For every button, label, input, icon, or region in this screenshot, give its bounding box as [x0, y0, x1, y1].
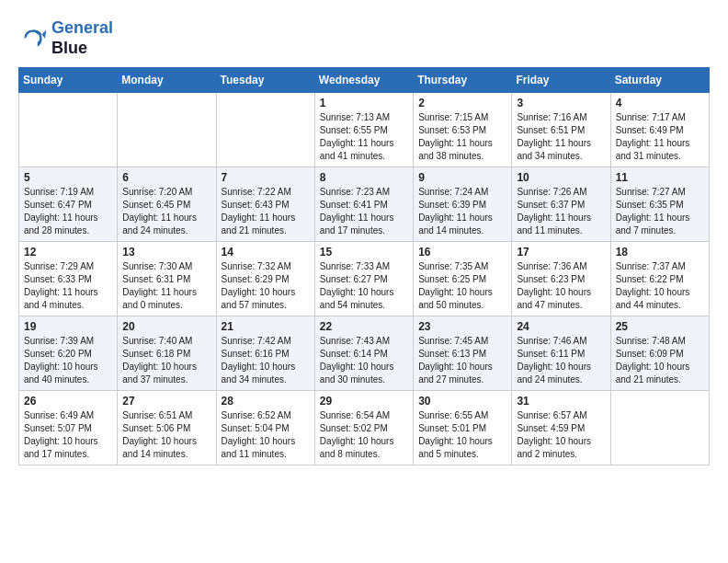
day-cell: 10Sunrise: 7:26 AM Sunset: 6:37 PM Dayli… [512, 167, 610, 242]
day-number: 29 [320, 395, 408, 408]
day-info: Sunrise: 6:51 AM Sunset: 5:06 PM Dayligh… [122, 409, 210, 461]
day-cell: 13Sunrise: 7:30 AM Sunset: 6:31 PM Dayli… [118, 242, 216, 316]
day-info: Sunrise: 7:39 AM Sunset: 6:20 PM Dayligh… [24, 335, 112, 386]
day-cell [216, 93, 314, 167]
day-number: 1 [320, 97, 408, 109]
day-info: Sunrise: 7:35 AM Sunset: 6:25 PM Dayligh… [418, 260, 506, 312]
logo: General Blue [18, 18, 113, 58]
day-cell: 18Sunrise: 7:37 AM Sunset: 6:22 PM Dayli… [610, 242, 709, 316]
day-number: 2 [418, 97, 506, 109]
day-number: 5 [24, 171, 112, 184]
day-info: Sunrise: 7:36 AM Sunset: 6:23 PM Dayligh… [517, 260, 605, 312]
day-cell: 6Sunrise: 7:20 AM Sunset: 6:45 PM Daylig… [118, 167, 216, 242]
day-info: Sunrise: 7:46 AM Sunset: 6:11 PM Dayligh… [517, 335, 605, 386]
day-number: 16 [418, 246, 506, 259]
day-cell: 7Sunrise: 7:22 AM Sunset: 6:43 PM Daylig… [216, 167, 314, 242]
day-number: 31 [517, 395, 605, 408]
day-number: 14 [222, 246, 310, 259]
day-info: Sunrise: 6:49 AM Sunset: 5:07 PM Dayligh… [24, 409, 112, 461]
day-header-sunday: Sunday [19, 68, 118, 93]
day-cell: 17Sunrise: 7:36 AM Sunset: 6:23 PM Dayli… [512, 242, 610, 316]
day-number: 9 [418, 171, 506, 184]
day-info: Sunrise: 7:19 AM Sunset: 6:47 PM Dayligh… [24, 186, 112, 237]
day-info: Sunrise: 7:23 AM Sunset: 6:41 PM Dayligh… [320, 186, 408, 237]
day-number: 11 [616, 171, 704, 184]
day-number: 10 [517, 171, 605, 184]
day-cell: 3Sunrise: 7:16 AM Sunset: 6:51 PM Daylig… [512, 93, 610, 167]
day-cell: 16Sunrise: 7:35 AM Sunset: 6:25 PM Dayli… [414, 242, 512, 316]
day-number: 22 [320, 320, 408, 333]
day-info: Sunrise: 7:33 AM Sunset: 6:27 PM Dayligh… [320, 260, 408, 312]
day-number: 20 [122, 320, 210, 333]
day-info: Sunrise: 7:29 AM Sunset: 6:33 PM Dayligh… [24, 260, 112, 312]
day-cell: 31Sunrise: 6:57 AM Sunset: 4:59 PM Dayli… [512, 391, 610, 465]
day-info: Sunrise: 7:26 AM Sunset: 6:37 PM Dayligh… [517, 186, 605, 237]
day-info: Sunrise: 6:57 AM Sunset: 4:59 PM Dayligh… [517, 409, 605, 461]
day-cell: 25Sunrise: 7:48 AM Sunset: 6:09 PM Dayli… [610, 316, 709, 391]
week-row-3: 12Sunrise: 7:29 AM Sunset: 6:33 PM Dayli… [19, 242, 710, 316]
day-info: Sunrise: 7:15 AM Sunset: 6:53 PM Dayligh… [418, 111, 506, 163]
day-number: 4 [616, 97, 704, 109]
day-cell [610, 391, 709, 465]
day-number: 3 [517, 97, 605, 109]
day-cell: 11Sunrise: 7:27 AM Sunset: 6:35 PM Dayli… [610, 167, 709, 242]
day-header-friday: Friday [512, 68, 610, 93]
day-cell: 22Sunrise: 7:43 AM Sunset: 6:14 PM Dayli… [314, 316, 413, 391]
week-row-4: 19Sunrise: 7:39 AM Sunset: 6:20 PM Dayli… [19, 316, 710, 391]
logo-icon [18, 24, 48, 53]
day-cell: 8Sunrise: 7:23 AM Sunset: 6:41 PM Daylig… [314, 167, 413, 242]
day-info: Sunrise: 7:17 AM Sunset: 6:49 PM Dayligh… [616, 111, 704, 163]
day-info: Sunrise: 7:30 AM Sunset: 6:31 PM Dayligh… [122, 260, 210, 312]
day-cell [118, 93, 216, 167]
day-number: 30 [418, 395, 506, 408]
day-cell: 24Sunrise: 7:46 AM Sunset: 6:11 PM Dayli… [512, 316, 610, 391]
svg-marker-0 [42, 29, 47, 39]
day-header-wednesday: Wednesday [314, 68, 413, 93]
day-info: Sunrise: 7:24 AM Sunset: 6:39 PM Dayligh… [418, 186, 506, 237]
day-header-saturday: Saturday [610, 68, 709, 93]
day-number: 21 [222, 320, 310, 333]
day-cell: 26Sunrise: 6:49 AM Sunset: 5:07 PM Dayli… [19, 391, 118, 465]
day-header-monday: Monday [118, 68, 216, 93]
day-number: 26 [24, 395, 112, 408]
day-header-thursday: Thursday [414, 68, 512, 93]
day-number: 27 [122, 395, 210, 408]
day-number: 15 [320, 246, 408, 259]
day-info: Sunrise: 7:48 AM Sunset: 6:09 PM Dayligh… [616, 335, 704, 386]
day-number: 19 [24, 320, 112, 333]
day-cell: 5Sunrise: 7:19 AM Sunset: 6:47 PM Daylig… [19, 167, 118, 242]
day-info: Sunrise: 7:32 AM Sunset: 6:29 PM Dayligh… [222, 260, 310, 312]
calendar-table: SundayMondayTuesdayWednesdayThursdayFrid… [18, 67, 710, 465]
day-cell: 28Sunrise: 6:52 AM Sunset: 5:04 PM Dayli… [216, 391, 314, 465]
day-number: 6 [122, 171, 210, 184]
week-row-1: 1Sunrise: 7:13 AM Sunset: 6:55 PM Daylig… [19, 93, 710, 167]
day-number: 17 [517, 246, 605, 259]
day-info: Sunrise: 7:22 AM Sunset: 6:43 PM Dayligh… [222, 186, 310, 237]
day-cell [19, 93, 118, 167]
day-cell: 2Sunrise: 7:15 AM Sunset: 6:53 PM Daylig… [414, 93, 512, 167]
day-number: 7 [222, 171, 310, 184]
day-cell: 19Sunrise: 7:39 AM Sunset: 6:20 PM Dayli… [19, 316, 118, 391]
day-cell: 12Sunrise: 7:29 AM Sunset: 6:33 PM Dayli… [19, 242, 118, 316]
day-info: Sunrise: 7:20 AM Sunset: 6:45 PM Dayligh… [122, 186, 210, 237]
day-info: Sunrise: 6:55 AM Sunset: 5:01 PM Dayligh… [418, 409, 506, 461]
day-cell: 21Sunrise: 7:42 AM Sunset: 6:16 PM Dayli… [216, 316, 314, 391]
day-number: 18 [616, 246, 704, 259]
day-info: Sunrise: 7:45 AM Sunset: 6:13 PM Dayligh… [418, 335, 506, 386]
day-number: 24 [517, 320, 605, 333]
day-info: Sunrise: 7:42 AM Sunset: 6:16 PM Dayligh… [222, 335, 310, 386]
day-cell: 14Sunrise: 7:32 AM Sunset: 6:29 PM Dayli… [216, 242, 314, 316]
day-number: 12 [24, 246, 112, 259]
day-cell: 27Sunrise: 6:51 AM Sunset: 5:06 PM Dayli… [118, 391, 216, 465]
day-info: Sunrise: 7:13 AM Sunset: 6:55 PM Dayligh… [320, 111, 408, 163]
week-row-5: 26Sunrise: 6:49 AM Sunset: 5:07 PM Dayli… [19, 391, 710, 465]
day-info: Sunrise: 7:43 AM Sunset: 6:14 PM Dayligh… [320, 335, 408, 386]
day-info: Sunrise: 7:16 AM Sunset: 6:51 PM Dayligh… [517, 111, 605, 163]
day-number: 13 [122, 246, 210, 259]
day-info: Sunrise: 7:37 AM Sunset: 6:22 PM Dayligh… [616, 260, 704, 312]
day-info: Sunrise: 6:54 AM Sunset: 5:02 PM Dayligh… [320, 409, 408, 461]
day-cell: 15Sunrise: 7:33 AM Sunset: 6:27 PM Dayli… [314, 242, 413, 316]
day-info: Sunrise: 7:40 AM Sunset: 6:18 PM Dayligh… [122, 335, 210, 386]
day-cell: 30Sunrise: 6:55 AM Sunset: 5:01 PM Dayli… [414, 391, 512, 465]
day-cell: 4Sunrise: 7:17 AM Sunset: 6:49 PM Daylig… [610, 93, 709, 167]
